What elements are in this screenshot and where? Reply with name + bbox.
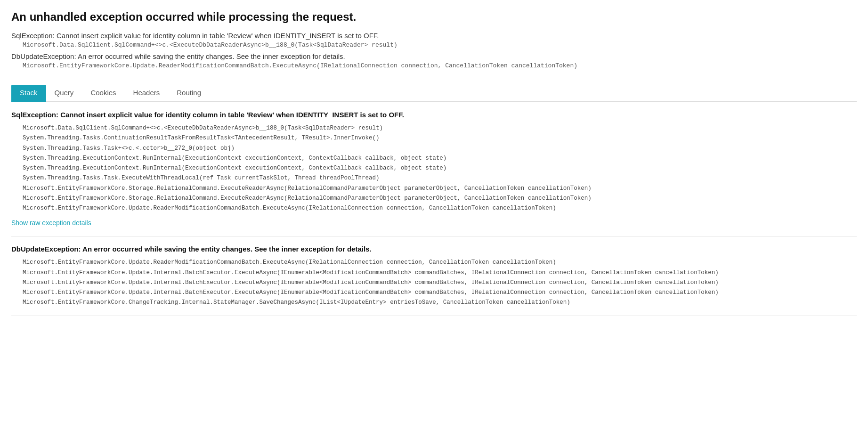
stack-line: Microsoft.EntityFrameworkCore.Storage.Re… [23, 194, 857, 203]
db-exception-stack: Microsoft.EntityFrameworkCore.Update.Rea… [23, 62, 857, 69]
stack-line: Microsoft.EntityFrameworkCore.Update.Rea… [23, 203, 857, 213]
stack-line: System.Threading.ExecutionContext.RunInt… [23, 154, 857, 163]
stack-line: Microsoft.EntityFrameworkCore.Update.Int… [23, 288, 857, 298]
tab-bar: StackQueryCookiesHeadersRouting [11, 85, 857, 102]
sql-exception-stack: Microsoft.Data.SqlClient.SqlCommand+<>c.… [23, 41, 857, 49]
tab-cookies[interactable]: Cookies [82, 85, 124, 102]
stack-trace-1: Microsoft.EntityFrameworkCore.Update.Rea… [23, 258, 857, 308]
sql-exception-label: SqlException: Cannot insert explicit val… [11, 32, 857, 40]
sql-exception-summary: SqlException: Cannot insert explicit val… [11, 32, 857, 49]
divider-top [11, 77, 857, 77]
exception-section-1: DbUpdateException: An error occurred whi… [11, 245, 857, 316]
tab-headers[interactable]: Headers [125, 85, 169, 102]
stack-line: System.Threading.Tasks.Task.ExecuteWithT… [23, 173, 857, 183]
stack-line: System.Threading.Tasks.Task+<>c.<.cctor>… [23, 144, 857, 154]
stack-line: Microsoft.EntityFrameworkCore.Storage.Re… [23, 184, 857, 194]
stack-trace-0: Microsoft.Data.SqlClient.SqlCommand+<>c.… [23, 123, 857, 213]
stack-line: Microsoft.Data.SqlClient.SqlCommand+<>c.… [23, 123, 857, 133]
stack-line: Microsoft.EntityFrameworkCore.Update.Int… [23, 278, 857, 288]
tab-routing[interactable]: Routing [168, 85, 210, 102]
tab-stack[interactable]: Stack [11, 85, 46, 102]
divider-tabs [11, 102, 857, 102]
show-raw-exception-link[interactable]: Show raw exception details [11, 219, 91, 227]
stack-line: System.Threading.Tasks.ContinuationResul… [23, 133, 857, 143]
stack-line: Microsoft.EntityFrameworkCore.ChangeTrac… [23, 298, 857, 308]
stack-line: Microsoft.EntityFrameworkCore.Update.Rea… [23, 258, 857, 268]
page-title: An unhandled exception occurred while pr… [11, 9, 857, 24]
db-exception-label: DbUpdateException: An error occurred whi… [11, 52, 857, 60]
stack-line: Microsoft.EntityFrameworkCore.Update.Int… [23, 268, 857, 278]
section-title-0: SqlException: Cannot insert explicit val… [11, 111, 857, 119]
tab-query[interactable]: Query [46, 85, 82, 102]
db-exception-summary: DbUpdateException: An error occurred whi… [11, 52, 857, 69]
exception-section-0: SqlException: Cannot insert explicit val… [11, 111, 857, 236]
stack-line: System.Threading.ExecutionContext.RunInt… [23, 163, 857, 173]
section-title-1: DbUpdateException: An error occurred whi… [11, 245, 857, 253]
